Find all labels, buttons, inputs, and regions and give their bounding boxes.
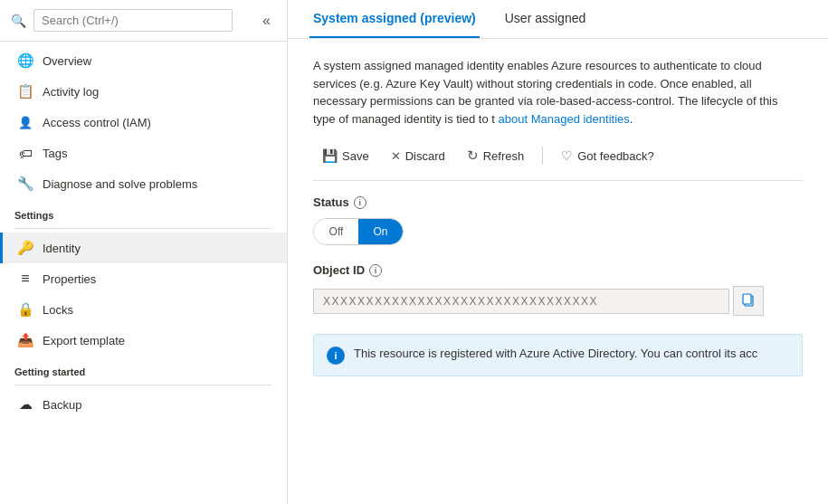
getting-started-section-header: Getting started xyxy=(0,356,287,381)
feedback-button[interactable]: ♡ Got feedback? xyxy=(552,143,663,168)
sidebar-item-label: Export template xyxy=(43,334,125,347)
discard-label: Discard xyxy=(405,149,445,163)
settings-section-header: Settings xyxy=(0,199,287,224)
sidebar-item-label: Backup xyxy=(43,398,81,412)
sidebar-item-label: Tags xyxy=(43,147,67,160)
status-label: Status i xyxy=(313,195,803,209)
object-id-row xyxy=(313,286,803,316)
identity-icon: 🔑 xyxy=(17,240,33,256)
copy-icon xyxy=(741,292,756,309)
discard-button[interactable]: ✕ Discard xyxy=(382,144,454,168)
object-id-input[interactable] xyxy=(313,289,729,314)
sidebar-item-label: Properties xyxy=(43,272,96,286)
discard-icon: ✕ xyxy=(391,149,401,163)
diagnose-icon: 🔧 xyxy=(17,176,33,192)
toggle-on-option[interactable]: On xyxy=(358,219,403,244)
status-section: Status i Off On xyxy=(313,195,803,245)
save-icon: 💾 xyxy=(322,148,338,163)
description-text: A system assigned managed identity enabl… xyxy=(313,57,803,128)
overview-icon: 🌐 xyxy=(17,52,33,69)
sidebar-item-label: Locks xyxy=(43,303,73,317)
sidebar-item-export-template[interactable]: 📤 Export template xyxy=(0,325,287,356)
export-template-icon: 📤 xyxy=(17,332,33,348)
status-info-icon[interactable]: i xyxy=(354,196,366,209)
managed-identities-link[interactable]: about Managed identities xyxy=(499,112,630,126)
copy-object-id-button[interactable] xyxy=(733,286,764,316)
toolbar-divider xyxy=(542,147,543,165)
sidebar-item-identity[interactable]: 🔑 Identity xyxy=(0,233,287,263)
sidebar-item-label: Overview xyxy=(43,54,91,68)
sidebar-item-activity-log[interactable]: 📋 Activity log xyxy=(0,76,287,107)
info-banner-text: This resource is registered with Azure A… xyxy=(354,346,757,362)
save-button[interactable]: 💾 Save xyxy=(313,143,378,168)
search-input[interactable] xyxy=(33,9,233,32)
sidebar-item-locks[interactable]: 🔒 Locks xyxy=(0,294,287,325)
status-toggle[interactable]: Off On xyxy=(313,218,404,245)
object-id-info-icon[interactable]: i xyxy=(369,264,382,277)
object-id-label: Object ID i xyxy=(313,263,803,277)
sidebar-item-overview[interactable]: 🌐 Overview xyxy=(0,45,287,76)
sidebar-item-diagnose[interactable]: 🔧 Diagnose and solve problems xyxy=(0,168,287,199)
info-banner-icon: i xyxy=(327,347,345,365)
svg-rect-1 xyxy=(743,294,751,304)
info-banner: i This resource is registered with Azure… xyxy=(313,334,803,376)
sidebar-item-tags[interactable]: 🏷 Tags xyxy=(0,138,287,168)
getting-started-divider xyxy=(14,385,272,385)
main-content: System assigned (preview) User assigned … xyxy=(288,0,828,504)
sidebar-item-label: Diagnose and solve problems xyxy=(43,177,197,191)
sidebar-navigation: 🌐 Overview 📋 Activity log 👤 Access contr… xyxy=(0,42,287,504)
refresh-icon: ↻ xyxy=(467,147,479,164)
sidebar: 🔍 « 🌐 Overview 📋 Activity log 👤 Access c… xyxy=(0,0,288,504)
tab-user-assigned[interactable]: User assigned xyxy=(501,0,590,38)
content-area: A system assigned managed identity enabl… xyxy=(288,39,828,504)
sidebar-item-backup[interactable]: ☁ Backup xyxy=(0,389,287,420)
search-icon: 🔍 xyxy=(11,14,26,28)
sidebar-item-access-control[interactable]: 👤 Access control (IAM) xyxy=(0,107,287,138)
activity-log-icon: 📋 xyxy=(17,83,33,100)
toggle-off-option[interactable]: Off xyxy=(314,219,358,244)
backup-icon: ☁ xyxy=(17,396,33,413)
properties-icon: ≡ xyxy=(17,271,33,287)
toolbar: 💾 Save ✕ Discard ↻ Refresh ♡ Got feedbac… xyxy=(313,142,803,181)
refresh-label: Refresh xyxy=(483,149,525,163)
feedback-label: Got feedback? xyxy=(577,149,654,163)
save-label: Save xyxy=(342,149,369,163)
tags-icon: 🏷 xyxy=(17,145,33,161)
sidebar-item-label: Activity log xyxy=(43,85,99,99)
locks-icon: 🔒 xyxy=(17,301,33,318)
sidebar-item-label: Access control (IAM) xyxy=(43,116,151,129)
search-bar: 🔍 « xyxy=(0,0,287,42)
object-id-section: Object ID i xyxy=(313,263,803,316)
refresh-button[interactable]: ↻ Refresh xyxy=(458,142,534,169)
tabs-bar: System assigned (preview) User assigned xyxy=(288,0,828,39)
sidebar-item-label: Identity xyxy=(43,242,81,255)
access-control-icon: 👤 xyxy=(17,114,33,130)
tab-system-assigned[interactable]: System assigned (preview) xyxy=(309,0,480,38)
collapse-button[interactable]: « xyxy=(257,11,276,31)
settings-divider xyxy=(14,228,272,229)
sidebar-item-properties[interactable]: ≡ Properties xyxy=(0,263,287,294)
feedback-icon: ♡ xyxy=(561,148,573,163)
